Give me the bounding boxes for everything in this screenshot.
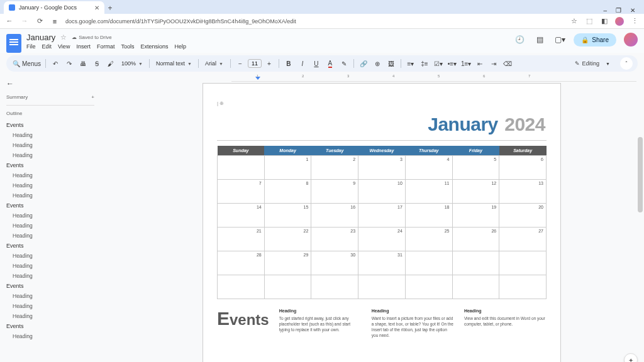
calendar-cell[interactable]: 1 (264, 156, 311, 180)
vertical-scrollbar[interactable] (638, 137, 643, 212)
calendar-cell[interactable]: 14 (218, 204, 265, 228)
account-avatar[interactable] (624, 33, 638, 47)
calendar-cell[interactable]: 31 (358, 251, 406, 275)
text-color-icon[interactable]: A (324, 57, 336, 70)
link-icon[interactable]: 🔗 (357, 57, 370, 70)
calendar-cell[interactable] (452, 275, 499, 299)
labs-icon[interactable]: ◧ (600, 17, 609, 26)
events-title[interactable]: Events (217, 308, 269, 338)
increase-indent-icon[interactable]: ⇥ (487, 57, 500, 70)
outline-item[interactable]: Events (6, 200, 94, 211)
calendar-table[interactable]: SundayMondayTuesdayWednesdayThursdayFrid… (217, 146, 547, 299)
outline-item[interactable]: Events (6, 160, 94, 170)
forward-icon[interactable]: → (20, 17, 29, 25)
calendar-cell[interactable]: 3 (358, 156, 406, 180)
bullet-list-icon[interactable]: •≡▾ (446, 57, 458, 70)
checklist-icon[interactable]: ☑▾ (432, 57, 445, 70)
calendar-cell[interactable] (358, 275, 406, 299)
url-text[interactable]: docs.google.com/document/d/1hTYSiPyOOOU2… (65, 18, 564, 25)
add-summary-icon[interactable]: + (91, 94, 94, 100)
browser-tab[interactable]: January - Google Docs ✕ (4, 1, 104, 14)
history-icon[interactable]: 🕘 (513, 33, 526, 46)
menu-view[interactable]: View (58, 43, 70, 50)
calendar-cell[interactable]: 25 (405, 228, 452, 251)
calendar-cell[interactable] (452, 251, 499, 275)
calendar-cell[interactable]: 21 (218, 228, 265, 251)
italic-icon[interactable]: I (296, 57, 309, 70)
calendar-cell[interactable]: 23 (311, 228, 358, 251)
events-column[interactable]: HeadingWant to insert a picture from you… (372, 308, 454, 338)
calendar-cell[interactable]: 20 (499, 204, 547, 228)
increase-font-icon[interactable]: + (263, 57, 275, 70)
calendar-cell[interactable]: 4 (405, 156, 452, 180)
outline-subitem[interactable]: Heading (6, 130, 94, 140)
outline-subitem[interactable]: Heading (6, 180, 94, 190)
calendar-cell[interactable]: 5 (452, 156, 499, 180)
outline-subitem[interactable]: Heading (6, 150, 94, 160)
calendar-cell[interactable] (499, 251, 547, 275)
calendar-cell[interactable]: 30 (311, 251, 358, 275)
font-select[interactable]: Arial▼ (202, 60, 227, 67)
calendar-cell[interactable] (218, 275, 265, 299)
menu-format[interactable]: Format (97, 43, 115, 50)
calendar-cell[interactable]: 6 (499, 156, 547, 180)
outline-subitem[interactable]: Heading (6, 221, 94, 231)
outline-subitem[interactable]: Heading (6, 211, 94, 221)
calendar-cell[interactable]: 19 (452, 204, 499, 228)
underline-icon[interactable]: U (310, 57, 323, 70)
calendar-cell[interactable]: 9 (311, 180, 358, 204)
close-tab-icon[interactable]: ✕ (94, 4, 99, 11)
comments-icon[interactable]: ▤ (533, 33, 546, 46)
back-icon[interactable]: ← (5, 17, 14, 25)
calendar-cell[interactable]: 29 (264, 251, 311, 275)
outline-item[interactable]: Events (6, 281, 94, 291)
new-tab-button[interactable]: + (104, 3, 116, 14)
calendar-cell[interactable]: 28 (218, 251, 265, 275)
align-icon[interactable]: ≡▾ (404, 57, 417, 70)
menu-tools[interactable]: Tools (121, 43, 134, 50)
line-spacing-icon[interactable]: ‡≡ (418, 57, 431, 70)
font-size-input[interactable]: 11 (248, 59, 262, 68)
decrease-indent-icon[interactable]: ⇤ (474, 57, 486, 70)
calendar-cell[interactable] (499, 275, 547, 299)
print-icon[interactable]: 🖶 (77, 57, 89, 70)
save-status[interactable]: ☁ Saved to Drive (72, 35, 111, 40)
bookmark-icon[interactable]: ☆ (570, 17, 579, 26)
calendar-year[interactable]: 2024 (504, 114, 545, 134)
calendar-cell[interactable]: 7 (218, 180, 265, 204)
spellcheck-icon[interactable]: Ꞩ (91, 57, 103, 70)
clear-format-icon[interactable]: ⌫ (501, 57, 514, 70)
outline-subitem[interactable]: Heading (6, 331, 94, 341)
calendar-cell[interactable]: 17 (358, 204, 406, 228)
calendar-month[interactable]: January (428, 114, 498, 134)
search-menus-button[interactable]: 🔍 Menus (11, 57, 42, 70)
events-column[interactable]: HeadingTo get started right away, just c… (279, 308, 362, 338)
menu-file[interactable]: File (26, 43, 36, 50)
outline-subitem[interactable]: Heading (6, 231, 94, 241)
outline-subitem[interactable]: Heading (6, 190, 94, 200)
calendar-cell[interactable] (218, 156, 265, 180)
bold-icon[interactable]: B (282, 57, 295, 70)
menu-extensions[interactable]: Extensions (140, 43, 168, 50)
calendar-cell[interactable] (311, 275, 358, 299)
calendar-cell[interactable]: 10 (358, 180, 406, 204)
highlight-icon[interactable]: ✎ (338, 57, 350, 70)
browser-menu-icon[interactable]: ⋮ (630, 17, 639, 26)
numbered-list-icon[interactable]: 1≡▾ (460, 57, 472, 70)
document-title[interactable]: January (26, 33, 55, 42)
comment-icon[interactable]: ⊕ (371, 57, 384, 70)
undo-icon[interactable]: ↶ (49, 57, 62, 70)
docs-logo-icon[interactable] (6, 34, 21, 53)
document-page[interactable]: | ⊕ January 2024 SundayMondayTuesdayWedn… (203, 83, 561, 362)
star-icon[interactable]: ☆ (60, 33, 67, 41)
outline-subitem[interactable]: Heading (6, 261, 94, 271)
decrease-font-icon[interactable]: − (234, 57, 247, 70)
calendar-cell[interactable]: 15 (264, 204, 311, 228)
outline-subitem[interactable]: Heading (6, 291, 94, 301)
share-button[interactable]: 🔒 Share (574, 33, 616, 47)
redo-icon[interactable]: ↷ (63, 57, 75, 70)
close-window-icon[interactable]: ✕ (630, 7, 635, 14)
browser-profile-icon[interactable] (615, 17, 624, 26)
calendar-cell[interactable] (264, 275, 311, 299)
calendar-cell[interactable]: 16 (311, 204, 358, 228)
